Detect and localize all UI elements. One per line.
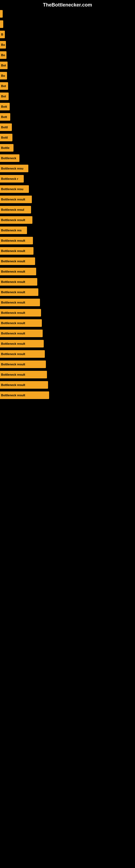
bar-row: Bottleneck res bbox=[0, 225, 135, 235]
bar-row: Bottleneck result bbox=[0, 277, 135, 287]
bar-28: Bottleneck result bbox=[0, 299, 40, 306]
bar-label-22: Bottleneck result bbox=[1, 239, 25, 242]
bar-label-32: Bottleneck result bbox=[1, 342, 25, 345]
bar-label-24: Bottleneck result bbox=[1, 259, 25, 263]
bar-row: Bottleneck r bbox=[0, 174, 135, 184]
bar-label-9: Bott bbox=[1, 105, 7, 108]
bar-33: Bottleneck result bbox=[0, 350, 45, 358]
bar-36: Bottleneck result bbox=[0, 381, 48, 389]
bar-row bbox=[0, 9, 135, 19]
bar-row: Bottleneck resu bbox=[0, 163, 135, 173]
bar-row: Bo bbox=[0, 40, 135, 50]
bar-row: Bottleneck result bbox=[0, 287, 135, 297]
bar-8: Bot bbox=[0, 93, 9, 100]
bar-22: Bottleneck result bbox=[0, 237, 33, 244]
bar-label-31: Bottleneck result bbox=[1, 332, 25, 335]
bar-3: Bo bbox=[0, 41, 6, 49]
bar-label-13: Bottle bbox=[1, 146, 9, 150]
bar-label-36: Bottleneck result bbox=[1, 383, 25, 386]
bar-row: Bott bbox=[0, 112, 135, 122]
bar-19: Bottleneck resul bbox=[0, 206, 31, 214]
bar-row: Bottleneck result bbox=[0, 194, 135, 204]
bar-label-12: Bottl bbox=[1, 136, 8, 139]
bar-label-18: Bottleneck result bbox=[1, 198, 25, 201]
bar-label-10: Bott bbox=[1, 115, 7, 119]
bar-row: Bot bbox=[0, 61, 135, 70]
bar-row: Bottleneck result bbox=[0, 308, 135, 318]
bar-row: Bottleneck result bbox=[0, 246, 135, 256]
bar-row: Bottleneck result bbox=[0, 267, 135, 276]
bar-label-11: Bottl bbox=[1, 126, 8, 129]
bar-row: Bottleneck result bbox=[0, 318, 135, 328]
bar-label-15: Bottleneck resu bbox=[1, 167, 24, 170]
bar-label-8: Bot bbox=[1, 95, 6, 98]
bar-4: Bo bbox=[0, 51, 6, 59]
bar-label-37: Bottleneck result bbox=[1, 394, 25, 397]
bar-5: Bot bbox=[0, 62, 8, 69]
bar-label-7: Bot bbox=[1, 84, 6, 88]
bar-label-14: Bottleneck bbox=[1, 156, 16, 160]
bar-label-26: Bottleneck result bbox=[1, 280, 25, 283]
bar-6: Bo bbox=[0, 72, 7, 80]
bar-9: Bott bbox=[0, 103, 10, 111]
bar-row: Bottleneck resul bbox=[0, 205, 135, 215]
bar-label-3: Bo bbox=[1, 43, 5, 46]
bar-31: Bottleneck result bbox=[0, 330, 43, 337]
bar-10: Bott bbox=[0, 113, 10, 121]
bar-7: Bot bbox=[0, 82, 8, 90]
bar-row: Bott bbox=[0, 102, 135, 112]
bar-label-25: Bottleneck result bbox=[1, 270, 25, 273]
bar-row: Bottleneck result bbox=[0, 370, 135, 379]
bar-16: Bottleneck r bbox=[0, 175, 24, 183]
bar-30: Bottleneck result bbox=[0, 319, 42, 327]
bar-row: Bottleneck result bbox=[0, 329, 135, 338]
bar-row: Bottleneck result bbox=[0, 360, 135, 369]
bar-label-5: Bot bbox=[1, 64, 6, 67]
bar-row: Bottleneck resu bbox=[0, 184, 135, 194]
bar-row: Bottleneck result bbox=[0, 215, 135, 225]
bar-35: Bottleneck result bbox=[0, 371, 47, 378]
bar-label-6: Bo bbox=[1, 74, 5, 77]
bar-14: Bottleneck bbox=[0, 154, 19, 162]
bars-container: BBoBoBotBoBotBotBottBottBottlBottlBottle… bbox=[0, 9, 135, 400]
bar-row: Bo bbox=[0, 71, 135, 81]
bar-0 bbox=[0, 10, 3, 18]
bar-29: Bottleneck result bbox=[0, 309, 41, 316]
bar-label-17: Bottleneck resu bbox=[1, 187, 24, 191]
bar-label-33: Bottleneck result bbox=[1, 352, 25, 355]
bar-label-4: Bo bbox=[1, 54, 5, 57]
bar-label-20: Bottleneck result bbox=[1, 218, 25, 222]
bar-row: Bottleneck result bbox=[0, 390, 135, 400]
bar-15: Bottleneck resu bbox=[0, 165, 28, 172]
bar-24: Bottleneck result bbox=[0, 257, 35, 265]
bar-row: Bottleneck bbox=[0, 153, 135, 163]
site-title: TheBottlenecker.com bbox=[0, 0, 135, 9]
bar-row: Bottleneck result bbox=[0, 349, 135, 359]
bar-25: Bottleneck result bbox=[0, 268, 36, 275]
bar-row: Bot bbox=[0, 91, 135, 101]
bar-17: Bottleneck resu bbox=[0, 185, 29, 193]
bar-34: Bottleneck result bbox=[0, 361, 46, 368]
bar-label-34: Bottleneck result bbox=[1, 363, 25, 366]
bar-32: Bottleneck result bbox=[0, 340, 44, 347]
bar-26: Bottleneck result bbox=[0, 278, 37, 286]
bar-label-23: Bottleneck result bbox=[1, 249, 25, 252]
bar-2: B bbox=[0, 31, 5, 38]
bar-label-30: Bottleneck result bbox=[1, 321, 25, 325]
bar-row: Bottle bbox=[0, 143, 135, 153]
bar-label-2: B bbox=[1, 33, 3, 36]
bar-label-16: Bottleneck r bbox=[1, 177, 18, 180]
bar-row: Bottleneck result bbox=[0, 236, 135, 246]
bar-18: Bottleneck result bbox=[0, 195, 32, 203]
bar-37: Bottleneck result bbox=[0, 392, 49, 399]
bar-row bbox=[0, 19, 135, 29]
bar-row: Bottleneck result bbox=[0, 380, 135, 390]
bar-row: Bot bbox=[0, 81, 135, 91]
bar-label-29: Bottleneck result bbox=[1, 311, 25, 314]
bar-label-27: Bottleneck result bbox=[1, 290, 25, 294]
bar-11: Bottl bbox=[0, 123, 12, 131]
bar-13: Bottle bbox=[0, 144, 13, 152]
bar-21: Bottleneck res bbox=[0, 226, 27, 234]
bar-label-35: Bottleneck result bbox=[1, 373, 25, 376]
bar-row: Bottleneck result bbox=[0, 256, 135, 266]
